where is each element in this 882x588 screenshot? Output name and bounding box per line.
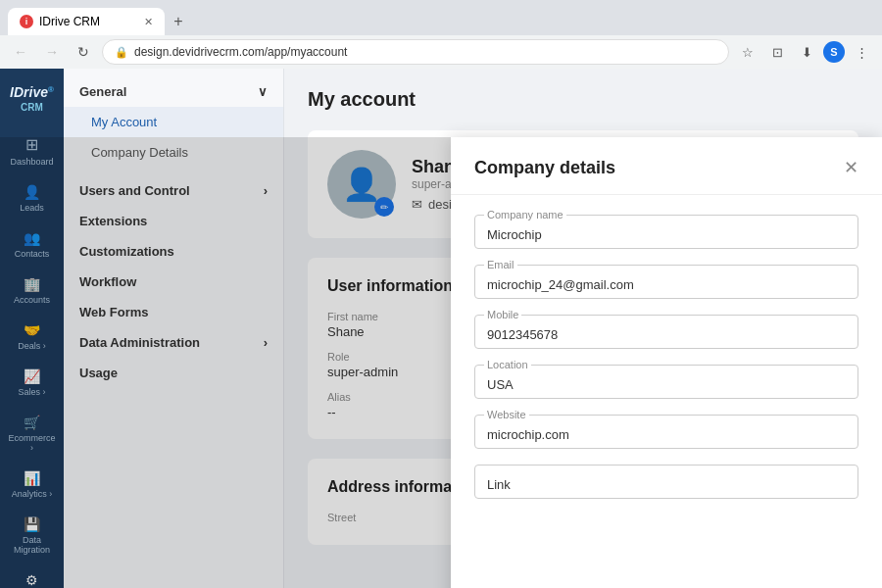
menu-btn[interactable]: ⋮	[849, 39, 874, 65]
company-name-label: Company name	[484, 209, 566, 220]
website-input[interactable]	[487, 423, 846, 442]
address-bar[interactable]: 🔒 design.devidrivecrm.com/app/myaccount	[102, 39, 729, 65]
browser-chrome: i IDrive CRM ✕ + ← → ↻ 🔒 design.devidriv…	[0, 0, 882, 69]
email-label: Email	[484, 259, 517, 270]
tab-title: IDrive CRM	[39, 15, 100, 28]
link-input[interactable]	[487, 473, 846, 492]
back-btn[interactable]: ←	[8, 39, 33, 65]
menu-item-my-account-label: My Account	[91, 115, 157, 129]
refresh-btn[interactable]: ↻	[71, 39, 96, 65]
company-details-modal: Company details ✕ Company name Email Mob…	[451, 137, 882, 588]
toolbar-actions: ☆ ⊡ ⬇ S ⋮	[735, 39, 874, 65]
download-btn[interactable]: ⬇	[794, 39, 819, 65]
lock-icon: 🔒	[115, 46, 128, 59]
browser-tabs: i IDrive CRM ✕ +	[0, 0, 882, 35]
forward-btn[interactable]: →	[39, 39, 65, 65]
mobile-input[interactable]	[487, 323, 846, 342]
modal-title: Company details	[474, 158, 615, 178]
user-avatar[interactable]: S	[823, 41, 845, 63]
tab-close-btn[interactable]: ✕	[144, 16, 153, 28]
chevron-down-icon: ∨	[258, 84, 268, 99]
active-tab[interactable]: i IDrive CRM ✕	[8, 8, 165, 35]
new-tab-btn[interactable]: +	[165, 8, 192, 35]
website-field: Website	[474, 415, 858, 449]
mobile-label: Mobile	[484, 309, 521, 320]
location-label: Location	[484, 359, 531, 370]
location-input[interactable]	[487, 373, 846, 392]
bookmark-btn[interactable]: ⊡	[764, 39, 790, 65]
website-label: Website	[484, 409, 529, 420]
section-general-label: General	[79, 84, 126, 99]
modal-header: Company details ✕	[451, 137, 882, 195]
menu-item-my-account[interactable]: My Account	[64, 107, 283, 137]
section-general-header[interactable]: General ∨	[64, 76, 283, 107]
location-field: Location	[474, 365, 858, 399]
star-btn[interactable]: ☆	[735, 39, 760, 65]
company-name-input[interactable]	[487, 223, 846, 242]
tab-favicon: i	[20, 15, 33, 28]
link-field	[474, 465, 858, 499]
page-title: My account	[308, 88, 858, 111]
address-text: design.devidrivecrm.com/app/myaccount	[134, 45, 347, 59]
app-wrapper: IDrive® CRM ⊞ Dashboard 👤 Leads 👥 Contac…	[0, 69, 882, 588]
modal-body: Company name Email Mobile Location Websi…	[451, 195, 882, 588]
modal-close-btn[interactable]: ✕	[844, 157, 858, 178]
browser-toolbar: ← → ↻ 🔒 design.devidrivecrm.com/app/myac…	[0, 35, 882, 69]
mobile-field: Mobile	[474, 315, 858, 349]
company-name-field: Company name	[474, 215, 858, 249]
logo: IDrive® CRM	[6, 78, 58, 125]
email-input[interactable]	[487, 273, 846, 292]
email-field: Email	[474, 265, 858, 299]
